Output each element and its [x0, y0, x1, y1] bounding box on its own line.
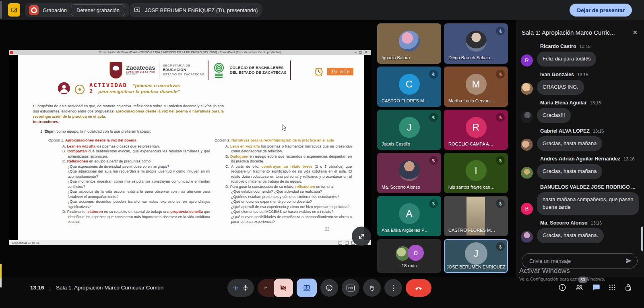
avatar: B [521, 203, 533, 215]
mic-control[interactable] [227, 279, 254, 297]
participant-name: ROGELIO CAMPA AMBRIZ [448, 142, 496, 146]
slide-header-logos: Zacatecas GOBIERNO DEL ESTADO 2021-2027 … [109, 60, 291, 80]
camera-options-chevron[interactable] [258, 279, 274, 297]
message-time: 13:16 [593, 129, 604, 133]
fullscreen-expand-button[interactable] [352, 227, 371, 246]
end-call-button[interactable] [406, 279, 431, 297]
mic-off-icon [496, 70, 505, 79]
option-1-item-a: A. Lean en voz alta los poemas o casos q… [48, 144, 210, 149]
more-options-icon: ⋮ [390, 284, 397, 292]
option-2-item-d: D. Para guiar la construcción de su rela… [215, 184, 352, 189]
host-controls-lock-icon[interactable] [624, 283, 633, 292]
window-title: Presentación de PowerPoint - [SESIÓN 2 D… [99, 50, 281, 54]
participant-tile[interactable]: R ROGELIO CAMPA AMBRIZ [444, 110, 508, 150]
slide-counter: Diapositiva 22 de 31 [12, 241, 39, 245]
call-controls: CC ⋮ [227, 278, 431, 298]
close-icon[interactable]: ✕ [632, 29, 638, 36]
participants-count-badge: 30 [578, 277, 588, 283]
participant-tile[interactable]: Diego Baruch Salazar Doc... [444, 23, 508, 64]
option-2-question: ¿Quiénes estaban presentes y cómo se sin… [215, 194, 352, 200]
raise-hand-button[interactable] [363, 279, 381, 297]
mic-off-icon [496, 242, 505, 251]
mic-off-icon [429, 70, 438, 79]
message-author: Ricardo Castro [540, 44, 576, 49]
slide: Zacatecas GOBIERNO DEL ESTADO 2021-2027 … [18, 55, 364, 240]
message-text: hasta mañana compañeros, que pasen buena… [537, 192, 639, 215]
chat-message: Gabriel ALVA LOPEZ13:16 Gracias, hasta m… [521, 128, 639, 151]
powerpoint-title-bar[interactable]: Presentación de PowerPoint - [SESIÓN 2 D… [9, 50, 371, 55]
avatar: R [521, 54, 533, 67]
activity-title-row: ACTIVIDAD “poemas o narrativas 2 para re… [58, 82, 180, 95]
mic-off-icon [429, 199, 438, 208]
participant-tile[interactable]: Ma. Socorro Alonso [377, 153, 441, 193]
avatar [466, 31, 487, 52]
avatar: C [399, 74, 420, 95]
camera-off-button[interactable] [274, 279, 293, 297]
avatar [521, 83, 533, 95]
stop-recording-button[interactable]: Detener grabación [71, 4, 125, 16]
activities-grid-icon[interactable] [608, 283, 616, 291]
present-screen-button[interactable] [297, 279, 317, 297]
participant-tile-video[interactable]: CASTRO FLORES MA GUA... [444, 196, 508, 236]
activity-word: ACTIVIDAD [89, 82, 127, 88]
participant-tile[interactable]: Ignacio Balara [377, 23, 441, 64]
chat-title: Sala 1: Apropiación Marco Curric... [522, 29, 615, 36]
message-time: 13:15 [590, 100, 601, 105]
stop-presenting-button[interactable]: Dejar de presentar [570, 4, 632, 17]
cobaez-spiral-logo [212, 62, 226, 78]
more-options-button[interactable]: ⋮ [384, 279, 402, 297]
message-author: María Elena Aguilar [540, 100, 587, 106]
mic-off-icon [429, 113, 438, 122]
left-edge-strip [0, 1, 2, 19]
message-time: 13:15 [580, 44, 591, 49]
activity-number: 2 [89, 88, 93, 94]
option-2-item-b: B. Dialoguen en equipo sobre qué recuerd… [215, 154, 352, 164]
chat-message: R Ricardo Castro13:15 Feliz dia para tod… [521, 44, 639, 67]
captions-button[interactable]: CC [342, 279, 359, 297]
meet-screen: Grabación Detener grabación JOSE BERUMEN… [0, 0, 644, 308]
avatar: A [399, 203, 420, 224]
participant-tile[interactable]: C CASTRO FLORES MA GUA... [377, 67, 441, 107]
participant-tile[interactable]: M Martha Lucia Cervantes G... [444, 67, 508, 107]
info-icon[interactable] [558, 283, 567, 292]
option-1-question: ¿Qué expresiones de diversidad juvenil o… [48, 164, 210, 169]
chat-icon[interactable] [592, 283, 601, 292]
participant-tile[interactable]: A Ana Erika Argüelles Pedroza [377, 196, 441, 236]
participant-name: Ignacio Balara [382, 55, 429, 60]
powerpoint-app-icon [10, 51, 13, 54]
avatar [521, 111, 533, 123]
chat-message: Andrés Adrián Aguilar Hernández13:16 Gra… [521, 156, 639, 179]
option-1-title: Opción 1. Aproximaciones desde la voz de… [48, 138, 210, 143]
avatar: J [399, 117, 420, 138]
mic-icon[interactable] [242, 284, 249, 291]
window-controls[interactable]: –▢✕ [355, 50, 369, 55]
option-2-question: ¿Qué emociones experimenté yo como docen… [215, 199, 352, 204]
step-1: 1. Elijan, como equipo, la modalidad con… [40, 129, 151, 133]
send-icon[interactable] [625, 257, 632, 264]
more-participants-label: 18 más [378, 263, 440, 268]
self-tile[interactable]: J JOSE BERUMEN ENRIQUEZ [444, 239, 508, 273]
windows-watermark-line2: Ve a Configuración para activar Windows. [519, 277, 605, 281]
left-edge-yellow-mark [0, 264, 2, 279]
reactions-button[interactable] [320, 279, 338, 297]
avatar [521, 139, 533, 151]
bottom-bar: 13:16 | Sala 1: Apropiación Marco Curric… [0, 277, 644, 308]
chat-message: B BANUELOS VALDEZ JOSE RODRIGO ...13:16 … [521, 184, 639, 215]
chat-input[interactable] [528, 258, 625, 264]
participant-tile[interactable]: l luis santos frayre canales [444, 153, 508, 193]
option-1-item-c: C. Reflexionen en equipo a partir de pre… [48, 159, 210, 164]
more-participants-tile[interactable]: o 18 más [377, 239, 441, 273]
message-author: BANUELOS VALDEZ JOSE RODRIGO ... [540, 184, 636, 190]
whiteboard-app-icon[interactable] [8, 3, 20, 17]
option-2-question: ¿Qué nuevas posibilidades de enseñanza o… [215, 214, 352, 225]
participant-tile[interactable]: J Juanis Castillo [377, 110, 441, 150]
timer-label: 15 min [327, 68, 353, 75]
chat-scrollbar[interactable] [641, 227, 643, 251]
clock-icon [314, 66, 324, 77]
avatar: J [465, 242, 487, 265]
people-icon[interactable] [574, 283, 584, 292]
participant-grid: Ignacio Balara Diego Baruch Salazar Doc.… [377, 23, 508, 273]
message-author: Ivan Gonzáles [540, 72, 574, 77]
option-1-question: ¿Qué momentos muestran cómo mis estudian… [48, 179, 210, 189]
message-text: Gracias, hasta mañana [537, 136, 602, 151]
